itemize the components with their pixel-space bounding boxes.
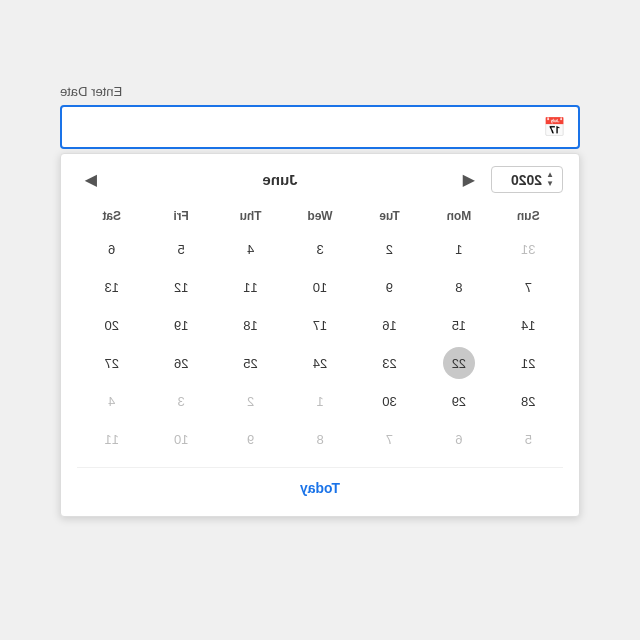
- prev-month-button[interactable]: ◀: [455, 168, 483, 191]
- month-nav: ◀ June ▶: [77, 168, 483, 191]
- day-cell[interactable]: 6: [96, 233, 128, 265]
- day-cell[interactable]: 30: [373, 385, 405, 417]
- day-header: Thu: [216, 205, 285, 227]
- datepicker-container: Enter Date 📅 ▲ ▼ 2020 ◀ June ▶ SunMonTue…: [60, 84, 580, 517]
- day-cell[interactable]: 29: [443, 385, 475, 417]
- day-cell[interactable]: 3: [304, 233, 336, 265]
- day-cell[interactable]: 4: [96, 385, 128, 417]
- label-row: Enter Date: [60, 84, 580, 99]
- day-cell[interactable]: 22: [443, 347, 475, 379]
- day-cell[interactable]: 24: [304, 347, 336, 379]
- day-cell[interactable]: 15: [443, 309, 475, 341]
- nav-row: ▲ ▼ 2020 ◀ June ▶: [77, 166, 563, 193]
- day-cell[interactable]: 17: [304, 309, 336, 341]
- day-cell[interactable]: 10: [304, 271, 336, 303]
- year-up-arrow[interactable]: ▲: [546, 171, 554, 179]
- year-selector[interactable]: ▲ ▼ 2020: [491, 166, 563, 193]
- day-cell[interactable]: 9: [235, 423, 267, 455]
- day-cell[interactable]: 8: [304, 423, 336, 455]
- day-cell[interactable]: 2: [373, 233, 405, 265]
- year-label: 2020: [511, 171, 542, 187]
- day-cell[interactable]: 27: [96, 347, 128, 379]
- day-header: Tue: [355, 205, 424, 227]
- day-cell[interactable]: 31: [512, 233, 544, 265]
- calendar-icon: 📅: [544, 116, 566, 138]
- calendar-popup: ▲ ▼ 2020 ◀ June ▶ SunMonTueWedThuFriSat …: [60, 153, 580, 517]
- day-cell[interactable]: 7: [512, 271, 544, 303]
- day-header: Fri: [146, 205, 215, 227]
- day-cell[interactable]: 5: [512, 423, 544, 455]
- today-row: Today: [77, 467, 563, 500]
- day-cell[interactable]: 23: [373, 347, 405, 379]
- day-headers: SunMonTueWedThuFriSat: [77, 205, 563, 227]
- year-arrows: ▲ ▼: [546, 171, 554, 188]
- day-cell[interactable]: 18: [235, 309, 267, 341]
- day-cell[interactable]: 2: [235, 385, 267, 417]
- enter-date-label: Enter Date: [60, 84, 122, 99]
- day-header: Wed: [285, 205, 354, 227]
- today-button[interactable]: Today: [288, 476, 352, 500]
- day-header: Sat: [77, 205, 146, 227]
- day-cell[interactable]: 1: [304, 385, 336, 417]
- day-cell[interactable]: 20: [96, 309, 128, 341]
- day-header: Mon: [424, 205, 493, 227]
- day-cell[interactable]: 11: [235, 271, 267, 303]
- day-cell[interactable]: 19: [165, 309, 197, 341]
- date-input[interactable]: 📅: [60, 105, 580, 149]
- day-cell[interactable]: 9: [373, 271, 405, 303]
- day-cell[interactable]: 28: [512, 385, 544, 417]
- day-cell[interactable]: 10: [165, 423, 197, 455]
- day-cell[interactable]: 25: [235, 347, 267, 379]
- day-cell[interactable]: 6: [443, 423, 475, 455]
- day-cell[interactable]: 26: [165, 347, 197, 379]
- day-header: Sun: [494, 205, 563, 227]
- month-label: June: [263, 171, 298, 188]
- day-cell[interactable]: 11: [96, 423, 128, 455]
- day-cell[interactable]: 8: [443, 271, 475, 303]
- year-down-arrow[interactable]: ▼: [546, 180, 554, 188]
- day-cell[interactable]: 5: [165, 233, 197, 265]
- day-cell[interactable]: 13: [96, 271, 128, 303]
- day-cell[interactable]: 21: [512, 347, 544, 379]
- day-cell[interactable]: 4: [235, 233, 267, 265]
- day-cell[interactable]: 3: [165, 385, 197, 417]
- day-cell[interactable]: 12: [165, 271, 197, 303]
- day-cell[interactable]: 1: [443, 233, 475, 265]
- days-grid: 3112345678910111213141516171819202122232…: [77, 231, 563, 457]
- day-cell[interactable]: 14: [512, 309, 544, 341]
- day-cell[interactable]: 16: [373, 309, 405, 341]
- day-cell[interactable]: 7: [373, 423, 405, 455]
- next-month-button[interactable]: ▶: [77, 168, 105, 191]
